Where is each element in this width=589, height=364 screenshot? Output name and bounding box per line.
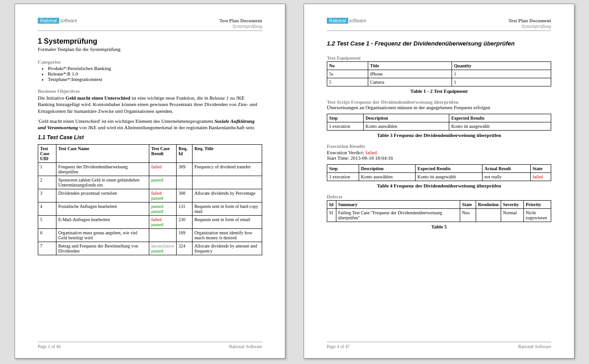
th-priority: Priority (524, 201, 551, 209)
table-row: 5Camera1 (327, 78, 551, 86)
th-state: State (460, 201, 476, 209)
footer-company: Rational Software (518, 344, 551, 349)
th-exp: Expected Results (416, 165, 482, 173)
table-row: 91Failing Test Case "Frequenz der Divide… (327, 209, 551, 222)
equipment-caption: Table 1 - 2 Test Equipment (327, 88, 551, 94)
th-resolution: Resolution (476, 201, 501, 209)
table-row: 5E-Mail-Anfragen bearbeitenfailedpassed2… (38, 216, 262, 229)
business-objectives-label: Business Objectives (38, 88, 262, 94)
table-row: 7Betrag und Frequenz der Bereitstellung … (38, 242, 262, 255)
th-exp: Expected Results (449, 114, 551, 122)
table-row: 6Organisation muss genau angeben, wie vi… (38, 229, 262, 242)
th-title: Title (368, 62, 452, 70)
doc-title: Test Plan Document (508, 18, 551, 23)
defects-label: Defects (327, 194, 551, 199)
th-severity: Severity (501, 201, 524, 209)
categories-label: Categories (38, 59, 262, 65)
doc-subtitle: Systemprüfung (508, 23, 551, 29)
heading-1-2: 1.2 Test Case 1 - Frequenz der Dividende… (327, 40, 551, 47)
table-row: 4Postalische Anfragen bearbeitenpassedpa… (38, 202, 262, 216)
category-item: Release*:R 1.0 (48, 71, 262, 76)
th-desc: Description (359, 165, 416, 173)
header-right: Test Plan Document Systemprüfung (219, 18, 262, 29)
page-header: Rational software Test Plan Document Sys… (38, 18, 262, 31)
th-no: No (327, 62, 368, 70)
table-row: 1Frequenz der Dividendenüberweisung über… (38, 163, 262, 176)
execution-results-label: Execution Results (327, 143, 551, 149)
execution-table: Step Description Expected Results Actual… (327, 164, 551, 181)
page-footer: Page 4 of 47 Rational Software (327, 342, 551, 349)
th-uid: Test Case UID (38, 145, 56, 163)
footer-page: Page 4 of 47 (327, 344, 350, 349)
logo: Rational software (38, 18, 77, 24)
th-id: Id (327, 201, 336, 209)
categories-list: Produkt*:Persönliches Banking Release*:R… (48, 66, 262, 82)
page-header: Rational software Test Plan Document Sys… (327, 18, 551, 31)
doc-subtitle: Systemprüfung (219, 23, 262, 29)
test-script-desc: Überweisungen an Organisationen müssen i… (327, 105, 551, 110)
table-row: 3Dividenden prozentual verteilenfailedpa… (38, 189, 262, 202)
script-table: Step Description Expected Results 1 exec… (327, 114, 551, 131)
defects-caption: Table 5 (327, 224, 551, 229)
th-act: Actual Result (482, 165, 531, 173)
logo-brand: Rational (38, 18, 59, 24)
th-state: State (531, 165, 551, 173)
script-caption: Table 3 Frequenz der Dividendenüberweisu… (327, 132, 551, 138)
logo-suffix: software (349, 18, 366, 23)
table-row: 1 executionKonto auswählenKonto ist ausg… (327, 173, 551, 181)
table-row: 2Sponsoren zahlen Geld in einen gebündel… (38, 176, 262, 189)
th-step: Step (327, 165, 359, 173)
footer-company: Rational Software (229, 344, 262, 349)
document-page-1: Rational software Test Plan Document Sys… (15, 4, 285, 359)
heading-1: 1 Systemprüfung (38, 37, 262, 46)
equipment-table: No Title Quantity 5siPhone15Camera1 (327, 61, 551, 86)
th-name: Test Case Name (56, 145, 149, 163)
document-page-2: Rational software Test Plan Document Sys… (304, 4, 574, 359)
execution-verdict: Execution Verdict: failed (327, 150, 551, 155)
th-req-title: Req. Title (193, 145, 262, 163)
logo: Rational software (327, 18, 366, 24)
execution-start: Start Time: 2013-08-18 18:04:16 (327, 155, 551, 161)
header-right: Test Plan Document Systemprüfung (508, 18, 551, 29)
logo-suffix: software (60, 18, 77, 23)
category-item: Produkt*:Persönliches Banking (48, 66, 262, 71)
test-equipment-label: Test Equipment (327, 55, 551, 61)
th-req-id: Req. Id (177, 145, 193, 163)
paragraph-2: 'Geld macht einen Unterschied' ist ein w… (38, 118, 262, 131)
paragraph-1: Die Initiative Geld macht einen Untersch… (38, 95, 262, 114)
footer-page: Page 1 of 46 (38, 344, 61, 349)
th-result: Test Case Result (149, 145, 177, 163)
th-desc: Description (364, 114, 449, 122)
subtitle: Formaler Testplan für die Systemprüfung (38, 46, 262, 52)
test-case-table: Test Case UID Test Case Name Test Case R… (38, 144, 262, 255)
page-body: 1.2 Test Case 1 - Frequenz der Dividende… (327, 37, 551, 342)
test-script-label: Test Script Frequenz der Dividendenüberw… (327, 99, 551, 105)
table-row: 5siPhone1 (327, 70, 551, 78)
table-row: 1 executionKonto auswählenKonto ist ausg… (327, 122, 551, 131)
execution-caption: Table 4 Frequenz der Dividendenüberweisu… (327, 183, 551, 188)
th-qty: Quantity (452, 62, 551, 70)
page-body: 1 Systemprüfung Formaler Testplan für di… (38, 37, 262, 342)
th-step: Step (327, 114, 364, 122)
heading-1-1: 1.1 Test Case List (38, 134, 262, 141)
logo-brand: Rational (327, 18, 348, 24)
category-item: Testphase*:Integrationstest (48, 76, 262, 82)
defects-table: Id Summary State Resolution Severity Pri… (327, 200, 551, 222)
th-summary: Summary (336, 201, 460, 209)
doc-title: Test Plan Document (219, 18, 262, 23)
page-footer: Page 1 of 46 Rational Software (38, 342, 262, 349)
